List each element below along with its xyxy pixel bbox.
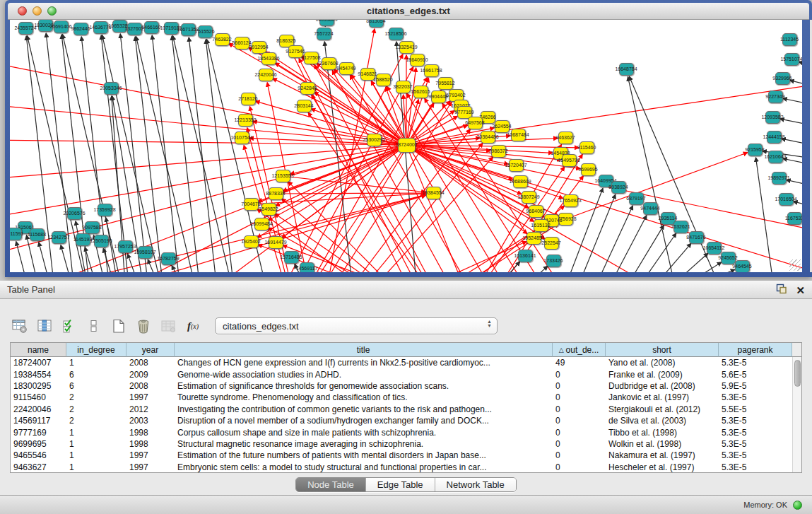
- graph-node[interactable]: 17957253: [118, 240, 133, 253]
- graph-node[interactable]: 18640910: [410, 54, 425, 66]
- graph-node[interactable]: 18724007: [398, 138, 416, 153]
- graph-node[interactable]: 6497568: [468, 117, 483, 129]
- graph-node[interactable]: 1327602: [127, 23, 142, 35]
- graph-node[interactable]: 12153553: [276, 170, 290, 182]
- graph-node[interactable]: 16671358: [181, 23, 196, 36]
- graph-node[interactable]: 7557224: [317, 28, 331, 40]
- graph-node[interactable]: 18543386: [261, 52, 276, 65]
- graph-node[interactable]: 15751074: [784, 53, 799, 66]
- graph-node[interactable]: 9463627: [558, 132, 573, 144]
- graph-node[interactable]: 9862446: [73, 23, 88, 35]
- column-header-name[interactable]: name: [11, 343, 66, 357]
- graph-node[interactable]: 16914479: [269, 236, 283, 249]
- graph-node[interactable]: 24355724: [18, 22, 33, 35]
- graph-node[interactable]: 9242848: [300, 82, 315, 95]
- graph-node[interactable]: 20206576: [67, 207, 82, 220]
- graph-node[interactable]: 9215958: [748, 144, 763, 156]
- graph-node[interactable]: 22420046: [259, 69, 273, 81]
- graph-node[interactable]: 9127546: [288, 45, 303, 58]
- graph-node[interactable]: 16782759: [161, 252, 176, 265]
- column-chooser-icon[interactable]: [36, 317, 53, 334]
- column-header-short[interactable]: short: [606, 343, 719, 357]
- graph-node[interactable]: 1112345: [782, 33, 797, 46]
- graph-node[interactable]: 18300295: [38, 20, 53, 32]
- graph-node[interactable]: 17756928: [558, 213, 573, 226]
- graph-node[interactable]: 1562615: [413, 86, 428, 98]
- table-scrollbar[interactable]: [792, 357, 801, 472]
- graph-node[interactable]: 9115460: [579, 141, 594, 154]
- graph-node[interactable]: 8938924: [611, 181, 626, 194]
- graph-node[interactable]: 3624554: [495, 120, 510, 133]
- graph-node[interactable]: 15218506: [389, 28, 404, 40]
- table-row[interactable]: 1938455462009Genome-wide association stu…: [11, 368, 801, 380]
- graph-node[interactable]: 7955812: [438, 77, 453, 90]
- graph-node[interactable]: 3822037: [396, 81, 411, 93]
- table-row[interactable]: 969969511998Structural magnetic resonanc…: [11, 438, 801, 450]
- graph-node[interactable]: 13325419: [399, 41, 414, 54]
- tab-node-table[interactable]: Node Table: [296, 478, 366, 491]
- column-header-in_degree[interactable]: in_degree: [66, 343, 126, 357]
- graph-node[interactable]: 10653287: [112, 20, 127, 33]
- graph-node[interactable]: 9227349: [768, 90, 783, 103]
- graph-node[interactable]: 1733426: [546, 255, 561, 267]
- table-row[interactable]: 1872400712008Changes of HCN gene express…: [11, 357, 801, 368]
- table-row[interactable]: 911546021997Tourette syndrome. Phenomeno…: [11, 392, 801, 403]
- graph-node[interactable]: 8471676: [689, 231, 704, 244]
- graph-node[interactable]: 7463822: [215, 33, 230, 46]
- memory-status-icon[interactable]: [793, 501, 802, 510]
- graph-node[interactable]: 12342757: [52, 231, 66, 244]
- graph-node[interactable]: 1925402: [244, 235, 259, 248]
- resize-grip[interactable]: [789, 259, 801, 271]
- graph-node[interactable]: 14569117: [300, 262, 314, 272]
- graph-node[interactable]: 19524851: [526, 232, 541, 245]
- column-header-year[interactable]: year: [126, 343, 175, 357]
- graph-node[interactable]: 12505195: [94, 235, 109, 247]
- graph-node[interactable]: 16033809: [319, 20, 334, 26]
- graph-node[interactable]: 9684067: [529, 205, 543, 218]
- graph-node[interactable]: 9127508: [304, 52, 319, 64]
- graph-node[interactable]: 19384554: [426, 187, 441, 199]
- graph-node[interactable]: 1115688: [30, 228, 45, 241]
- graph-node[interactable]: 9097588: [85, 221, 100, 234]
- close-panel-icon[interactable]: ✕: [796, 286, 805, 296]
- graph-node[interactable]: 2522547: [544, 237, 559, 250]
- column-header-title[interactable]: title: [175, 343, 553, 357]
- graph-node[interactable]: 9904448: [431, 90, 446, 103]
- row-height-icon[interactable]: [86, 317, 102, 334]
- graph-node[interactable]: 16099484: [254, 218, 269, 230]
- select-rows-icon[interactable]: [61, 317, 78, 334]
- graph-node[interactable]: 19892971: [772, 172, 787, 185]
- graph-node[interactable]: 15720407: [509, 159, 524, 172]
- graph-node[interactable]: 20364486: [481, 131, 495, 144]
- graph-node[interactable]: 746266: [481, 111, 495, 124]
- graph-node[interactable]: 20053346: [104, 82, 119, 95]
- graph-node[interactable]: 25300295: [367, 134, 382, 146]
- graph-node[interactable]: 16958107: [138, 246, 153, 259]
- graph-node[interactable]: 15716485: [284, 251, 299, 264]
- graph-node[interactable]: 12093582: [765, 111, 780, 124]
- new-table-icon[interactable]: [110, 317, 127, 334]
- graph-node[interactable]: 1615132: [534, 219, 548, 232]
- graph-node[interactable]: 1588520: [376, 74, 391, 86]
- graph-node[interactable]: 6466160: [144, 21, 159, 34]
- graph-node[interactable]: 10719185: [164, 22, 179, 35]
- table-row[interactable]: 946554611997Estimation of the future num…: [11, 450, 801, 461]
- graph-node[interactable]: 15495796: [562, 154, 577, 167]
- network-canvas[interactable]: 2435572418300295206914069862446146367761…: [10, 20, 802, 272]
- graph-node[interactable]: 8878334: [269, 187, 283, 200]
- delete-table-icon[interactable]: [135, 317, 152, 334]
- table-row[interactable]: 2242004622012Investigating the contribut…: [11, 404, 801, 415]
- graph-node[interactable]: 12213353: [238, 114, 253, 127]
- graph-node[interactable]: 9699695: [581, 163, 596, 176]
- graph-node[interactable]: 9245652: [721, 252, 736, 264]
- column-header-pagerank[interactable]: pagerank: [719, 343, 792, 357]
- graph-node[interactable]: 2803144: [297, 100, 312, 112]
- graph-node[interactable]: 9329966: [775, 72, 790, 85]
- function-builder-icon[interactable]: f(x): [184, 317, 201, 334]
- graph-node[interactable]: 16136141: [518, 250, 533, 262]
- graph-node[interactable]: 10688609: [513, 175, 528, 188]
- tab-edge-table[interactable]: Edge Table: [366, 478, 435, 491]
- float-panel-icon[interactable]: [776, 284, 787, 297]
- graph-node[interactable]: 18807249: [522, 191, 536, 204]
- graph-node[interactable]: 6879197: [629, 192, 644, 205]
